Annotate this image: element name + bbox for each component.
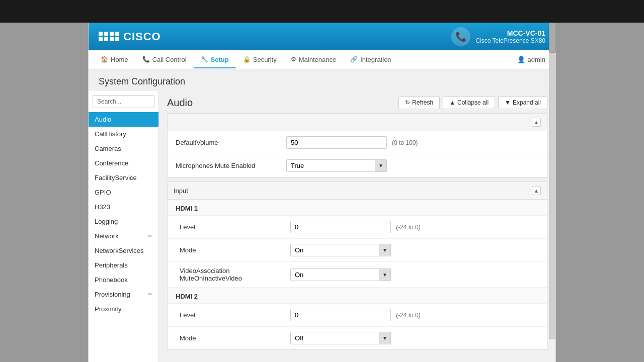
main-container: CISCO 📞 MCC-VC-01 Cisco TelePresence SX8…	[88, 23, 556, 362]
cisco-brand-text: CISCO	[123, 30, 161, 43]
device-text: MCC-VC-01 Cisco TelePresence SX80	[475, 29, 545, 44]
micmute-select[interactable]: True False	[286, 159, 387, 172]
hdmi2-level-hint: (-24 to 0)	[396, 312, 421, 319]
refresh-label: Refresh	[412, 99, 433, 106]
sidebar-item-h323[interactable]: H323	[89, 200, 158, 214]
hdmi2-level-input[interactable]	[290, 309, 391, 321]
expand-label: Expand all	[513, 99, 541, 106]
expand-icon: ▼	[505, 99, 511, 106]
search-input[interactable]	[93, 95, 154, 108]
sidebar-item-phonebook[interactable]: Phonebook	[89, 273, 158, 287]
collapse-all-button[interactable]: ▲ Collapse all	[443, 96, 495, 109]
sidebar-item-gpio[interactable]: GPIO	[89, 185, 158, 200]
sidebar-item-audio[interactable]: Audio	[89, 112, 158, 127]
sidebar-item-conference[interactable]: Conference	[89, 156, 158, 170]
hdmi1-videoassoc-label: VideoAssociation MuteOnInactiveVideo	[180, 267, 290, 282]
app-header: CISCO 📞 MCC-VC-01 Cisco TelePresence SX8…	[89, 23, 555, 50]
provisioning-edit-icon: ✏	[148, 291, 152, 298]
config-row-defaultvolume: DefaultVolume (0 to 100)	[168, 131, 547, 154]
sidebar-item-peripherals-label: Peripherals	[95, 261, 128, 269]
sidebar-item-network-label: Network	[95, 232, 119, 240]
sidebar-item-networkservices-label: NetworkServices	[95, 247, 144, 254]
sidebar-item-audio-label: Audio	[95, 116, 111, 123]
audio-section-title: Audio	[167, 97, 193, 109]
integration-icon: 🔗	[350, 56, 358, 63]
hdmi1-mode-select-wrapper: On Off ▼	[290, 244, 391, 256]
scrollbar[interactable]	[549, 23, 556, 339]
sidebar-item-facilityservice[interactable]: FacilityService	[89, 170, 158, 185]
content-area: Audio CallHistory Cameras Conference Fac…	[89, 91, 555, 362]
nav-user-area: 👤 admin	[512, 56, 550, 63]
sidebar-item-provisioning-label: Provisioning	[95, 291, 130, 298]
nav-security[interactable]: 🔒 Security	[236, 52, 284, 68]
nav-username: admin	[528, 56, 545, 63]
hdmi1-level-label: Level	[180, 223, 290, 231]
hdmi1-videoassoc-select-wrapper: On Off ▼	[290, 268, 391, 281]
hdmi1-level-hint: (-24 to 0)	[396, 224, 421, 231]
nav-callcontrol[interactable]: 📞 Call Control	[135, 52, 194, 68]
device-model: Cisco TelePresence SX80	[475, 37, 545, 44]
setup-icon: 🔧	[201, 56, 208, 63]
user-icon: 👤	[517, 56, 525, 63]
main-panel: Audio ↻ Refresh ▲ Collapse all ▼ Expand	[159, 91, 555, 362]
hdmi2-level-row: Level (-24 to 0)	[168, 304, 547, 327]
hdmi1-videoassoc-row: VideoAssociation MuteOnInactiveVideo On …	[168, 262, 547, 288]
defaultvolume-hint: (0 to 100)	[392, 139, 418, 146]
sidebar-item-logging[interactable]: Logging	[89, 214, 158, 229]
sidebar-item-networkservices[interactable]: NetworkServices	[89, 243, 158, 258]
input-section-title: Input	[174, 187, 188, 195]
sidebar-item-logging-label: Logging	[95, 218, 118, 225]
defaultvolume-label: DefaultVolume	[176, 139, 286, 146]
sidebar-item-callhistory[interactable]: CallHistory	[89, 127, 158, 141]
sidebar-item-gpio-label: GPIO	[95, 189, 111, 196]
device-name: MCC-VC-01	[475, 29, 545, 37]
input-config-collapse-header[interactable]: Input ▲	[168, 182, 547, 200]
sidebar-item-h323-label: H323	[95, 203, 110, 211]
sidebar-item-network[interactable]: Network ✏	[89, 229, 158, 243]
phone-icon: 📞	[451, 27, 470, 46]
nav-maintenance-label: Maintenance	[299, 56, 336, 63]
config-row-micmute: Microphones Mute Enabled True False ▼	[168, 154, 547, 177]
refresh-button[interactable]: ↻ Refresh	[398, 96, 440, 109]
scrollbar-thumb[interactable]	[549, 23, 556, 53]
hdmi2-mode-select[interactable]: On Off	[290, 332, 391, 344]
audio-section-header: Audio ↻ Refresh ▲ Collapse all ▼ Expand	[167, 91, 547, 113]
hdmi1-videoassoc-select[interactable]: On Off	[290, 268, 391, 281]
sidebar-item-phonebook-label: Phonebook	[95, 276, 128, 284]
sidebar-item-peripherals[interactable]: Peripherals	[89, 258, 158, 273]
input-collapse-button[interactable]: ▲	[532, 186, 541, 195]
nav-home[interactable]: 🏠 Home	[94, 52, 135, 68]
sidebar-item-proximity[interactable]: Proximity	[89, 302, 158, 316]
nav-setup-label: Setup	[211, 56, 229, 63]
audio-collapse-button[interactable]: ▲	[532, 118, 541, 127]
device-info: 📞 MCC-VC-01 Cisco TelePresence SX80	[451, 27, 545, 46]
callcontrol-icon: 📞	[142, 56, 150, 63]
cisco-logo: CISCO	[99, 30, 161, 43]
hdmi1-mode-select[interactable]: On Off	[290, 244, 391, 256]
hdmi2-subsection-title: HDMI 2	[168, 288, 547, 304]
toolbar-buttons: ↻ Refresh ▲ Collapse all ▼ Expand all	[398, 96, 547, 109]
sidebar-item-cameras[interactable]: Cameras	[89, 141, 158, 156]
nav-bar: 🏠 Home 📞 Call Control 🔧 Setup 🔒 Security…	[89, 50, 555, 69]
nav-maintenance[interactable]: ⚙ Maintenance	[284, 52, 343, 68]
maintenance-icon: ⚙	[291, 56, 296, 63]
sidebar-item-conference-label: Conference	[95, 159, 128, 167]
hdmi2-mode-row: Mode On Off ▼	[168, 327, 547, 349]
micmute-select-wrapper: True False ▼	[286, 159, 387, 172]
hdmi2-mode-label: Mode	[180, 334, 290, 342]
nav-callcontrol-label: Call Control	[152, 56, 187, 63]
expand-all-button[interactable]: ▼ Expand all	[498, 96, 547, 109]
collapse-icon: ▲	[449, 99, 455, 106]
audio-config-collapse-header[interactable]: ▲	[168, 114, 547, 131]
network-edit-icon: ✏	[148, 233, 152, 239]
nav-setup[interactable]: 🔧 Setup	[194, 52, 236, 68]
defaultvolume-input[interactable]	[286, 136, 387, 149]
hdmi1-level-input[interactable]	[290, 221, 391, 233]
sidebar-item-facilityservice-label: FacilityService	[95, 174, 137, 182]
audio-config-section: ▲ DefaultVolume (0 to 100) Microphones M…	[167, 113, 547, 177]
sidebar: Audio CallHistory Cameras Conference Fac…	[89, 91, 159, 362]
hdmi1-level-row: Level (-24 to 0)	[168, 216, 547, 239]
nav-integration[interactable]: 🔗 Integration	[343, 52, 398, 68]
sidebar-item-provisioning[interactable]: Provisioning ✏	[89, 287, 158, 302]
nav-home-label: Home	[111, 56, 128, 63]
